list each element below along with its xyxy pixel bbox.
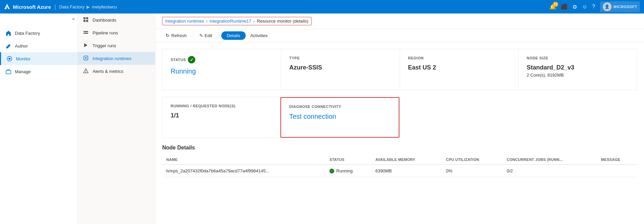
sidemenu: Dashboards Pipeline runs Trigger runs In… bbox=[78, 13, 155, 224]
azure-logo-icon bbox=[4, 4, 10, 10]
sidebar-item-monitor[interactable]: Monitor bbox=[0, 52, 77, 65]
notifications-icon[interactable]: 🔔 23 bbox=[549, 4, 556, 10]
svg-rect-3 bbox=[83, 17, 85, 19]
collapse-button[interactable]: « bbox=[0, 13, 77, 24]
briefcase-icon bbox=[5, 68, 11, 75]
cell-status: Running bbox=[325, 165, 371, 177]
region-card: REGION East US 2 bbox=[400, 49, 519, 90]
pipeline-icon bbox=[83, 30, 89, 36]
sidemenu-trigger-runs[interactable]: Trigger runs bbox=[78, 39, 155, 52]
topbar-arrow: ▶ bbox=[86, 4, 90, 9]
topbar-right: 🔔 23 ⬛ ⚙ ☺ ? 👤 MICROSOFT bbox=[549, 1, 640, 12]
svg-rect-2 bbox=[6, 71, 11, 74]
col-name: NAME bbox=[162, 155, 325, 165]
svg-point-14 bbox=[85, 72, 86, 73]
edit-label: Edit bbox=[205, 33, 212, 38]
activities-tab[interactable]: Activities bbox=[247, 31, 271, 40]
breadcrumb-outline: Integration runtimes › integrationRuntim… bbox=[162, 17, 312, 25]
sidemenu-alerts-metrics[interactable]: Alerts & metrics bbox=[78, 65, 155, 78]
leftnav: « Data Factory Author Monitor bbox=[0, 13, 78, 224]
svg-rect-5 bbox=[83, 20, 85, 22]
region-label: REGION bbox=[408, 56, 510, 60]
running-nodes-label: RUNNING / REQUESTED NODE(S) bbox=[171, 104, 272, 108]
sidebar-item-author[interactable]: Author bbox=[0, 39, 77, 52]
brand: Microsoft Azure bbox=[4, 4, 51, 10]
avatar: 👤 bbox=[603, 2, 612, 11]
cards-row-1: STATUS ✓ Running TYPE Azure-SSIS REGION … bbox=[162, 49, 637, 90]
edit-button[interactable]: ✎ Edit bbox=[196, 31, 216, 40]
main-content: Integration runtimes › integrationRuntim… bbox=[155, 13, 644, 224]
topbar-service[interactable]: Data Factory bbox=[59, 4, 84, 9]
status-label: STATUS ✓ bbox=[171, 56, 273, 63]
col-jobs: CONCURRENT JOBS (RUNN... bbox=[503, 155, 597, 165]
sidebar-item-manage[interactable]: Manage bbox=[0, 65, 77, 78]
sidemenu-trigger-label: Trigger runs bbox=[93, 43, 116, 48]
home-icon bbox=[5, 30, 11, 36]
status-running-indicator: Running bbox=[329, 168, 367, 173]
ms-label: MICROSOFT bbox=[614, 5, 638, 9]
node-size-card: NODE SIZE Standard_D2_v3 2 Core(s), 8192… bbox=[519, 49, 637, 90]
col-cpu: CPU UTILIZATION bbox=[442, 155, 503, 165]
sidebar-item-data-factory[interactable]: Data Factory bbox=[0, 27, 77, 39]
sidemenu-alerts-label: Alerts & metrics bbox=[93, 69, 123, 74]
breadcrumb-runtime17[interactable]: integrationRuntime17 bbox=[209, 19, 251, 24]
topbar: Microsoft Azure | Data Factory ▶ meiylte… bbox=[0, 0, 644, 13]
status-check-icon: ✓ bbox=[188, 56, 195, 63]
topbar-instance: meiyltestwcu bbox=[92, 4, 117, 9]
node-size-label: NODE SIZE bbox=[527, 56, 629, 60]
notification-count: 23 bbox=[553, 2, 558, 7]
feedback-icon[interactable]: ☺ bbox=[582, 4, 587, 10]
sidemenu-integration-runtimes[interactable]: Integration runtimes bbox=[78, 52, 155, 65]
cell-cpu: 0% bbox=[442, 165, 503, 177]
details-tab[interactable]: Details bbox=[221, 31, 246, 40]
sidemenu-pipeline-runs[interactable]: Pipeline runs bbox=[78, 26, 155, 39]
breadcrumb-integration-runtimes[interactable]: Integration runtimes bbox=[165, 19, 204, 24]
runtime-icon bbox=[83, 55, 89, 61]
region-value: East US 2 bbox=[408, 64, 510, 71]
col-message: MESSAGE bbox=[597, 155, 637, 165]
status-card: STATUS ✓ Running bbox=[163, 49, 281, 90]
test-connection-link[interactable]: Test connection bbox=[289, 113, 391, 120]
svg-rect-6 bbox=[86, 20, 88, 22]
settings-icon[interactable]: ⚙ bbox=[572, 4, 577, 10]
sidemenu-dashboards-label: Dashboards bbox=[93, 18, 116, 23]
status-value[interactable]: Running bbox=[171, 67, 273, 75]
cell-memory: 6390MB bbox=[371, 165, 442, 177]
cell-name: tvmps_2a207432f0da7b6a45a79acd77a4f99841… bbox=[162, 165, 325, 177]
pencil-icon bbox=[5, 43, 11, 49]
type-card: TYPE Azure-SSIS bbox=[281, 49, 400, 90]
node-size-value: Standard_D2_v3 bbox=[527, 64, 629, 71]
monitor-icon bbox=[6, 56, 13, 62]
help-icon[interactable]: ? bbox=[592, 4, 595, 10]
cloud-shell-icon[interactable]: ⬛ bbox=[561, 4, 568, 10]
brand-separator: | bbox=[54, 3, 56, 10]
details-label: Details bbox=[227, 33, 240, 38]
refresh-icon: ↻ bbox=[166, 33, 170, 38]
node-size-sub: 2 Core(s), 8192MB bbox=[527, 73, 629, 78]
user-menu[interactable]: 👤 MICROSOFT bbox=[600, 1, 640, 12]
diagnose-card: DIAGNOSE CONNECTIVITY Test connection bbox=[280, 97, 399, 138]
refresh-label: Refresh bbox=[171, 33, 187, 38]
table-row[interactable]: tvmps_2a207432f0da7b6a45a79acd77a4f99841… bbox=[162, 165, 637, 177]
sidebar-label-author: Author bbox=[15, 44, 28, 49]
running-nodes-value: 1/1 bbox=[171, 112, 272, 119]
refresh-button[interactable]: ↻ Refresh bbox=[162, 31, 190, 40]
sidebar-label-data-factory: Data Factory bbox=[15, 31, 40, 36]
toolbar-divider-2 bbox=[218, 32, 219, 39]
type-label: TYPE bbox=[289, 56, 391, 60]
node-details-title: Node Details bbox=[162, 145, 637, 151]
trigger-icon bbox=[83, 43, 89, 49]
cell-jobs: 0/2 bbox=[503, 165, 597, 177]
sidemenu-pipeline-label: Pipeline runs bbox=[93, 30, 118, 35]
svg-marker-9 bbox=[84, 43, 88, 47]
sidemenu-dashboards[interactable]: Dashboards bbox=[78, 13, 155, 26]
type-value: Azure-SSIS bbox=[289, 64, 391, 71]
breadcrumb-sep-2: › bbox=[253, 19, 255, 24]
toolbar-divider-1 bbox=[193, 32, 193, 39]
node-details-table: NAME STATUS AVAILABLE MEMORY CPU UTILIZA… bbox=[162, 155, 637, 177]
brand-text: Microsoft Azure bbox=[13, 4, 51, 10]
cell-message bbox=[597, 165, 637, 177]
col-memory: AVAILABLE MEMORY bbox=[371, 155, 442, 165]
toolbar: ↻ Refresh ✎ Edit Details Activities bbox=[155, 29, 644, 42]
breadcrumb-bar: Integration runtimes › integrationRuntim… bbox=[155, 13, 644, 29]
